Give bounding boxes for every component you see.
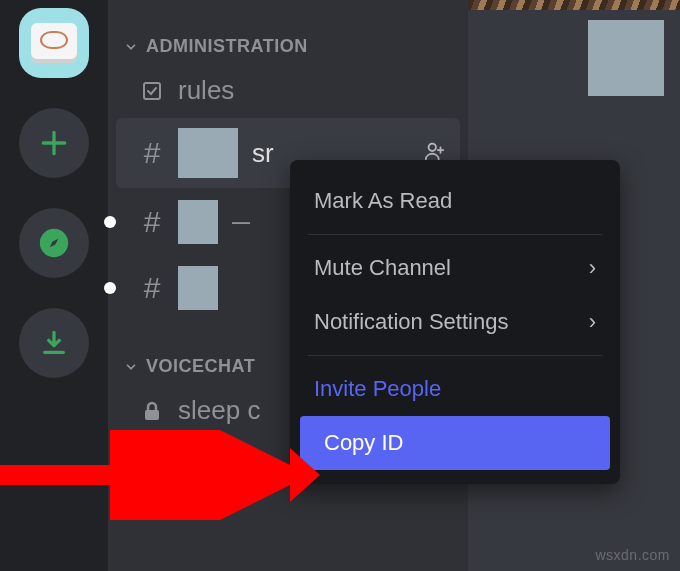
category-label: VOICECHAT [146,356,255,377]
menu-mute-channel[interactable]: Mute Channel › [290,241,620,295]
menu-separator [308,355,602,356]
redacted-block [178,128,238,178]
menu-notification-settings[interactable]: Notification Settings › [290,295,620,349]
hash-icon: # [140,271,164,305]
chevron-down-icon [124,40,138,54]
keycap-icon [31,23,77,63]
chevron-down-icon [124,360,138,374]
menu-label: Mute Channel [314,255,451,281]
svg-rect-1 [144,83,160,99]
channel-context-menu: Mark As Read Mute Channel › Notification… [290,160,620,484]
category-label: ADMINISTRATION [146,36,308,57]
lock-icon [140,399,164,423]
server-banner [468,0,680,10]
menu-label: Mark As Read [314,188,452,214]
menu-invite-people[interactable]: Invite People [290,362,620,416]
channel-name: sr [252,138,274,169]
channel-name: ─ [232,207,250,238]
chevron-right-icon: › [589,309,596,335]
unread-pill [104,282,116,294]
watermark: wsxdn.com [595,547,670,563]
redacted-block [178,200,218,244]
unread-pill [104,216,116,228]
plus-icon [38,127,70,159]
channel-rules[interactable]: rules [116,65,460,116]
add-server-button[interactable] [19,108,89,178]
menu-label: Copy ID [324,430,403,456]
explore-button[interactable] [19,208,89,278]
avatar-placeholder [588,20,664,96]
download-button[interactable] [19,308,89,378]
chevron-right-icon: › [589,255,596,281]
menu-label: Notification Settings [314,309,508,335]
rules-icon [140,79,164,103]
svg-rect-3 [145,410,159,420]
download-icon [38,327,70,359]
hash-icon: # [140,136,164,170]
server-icon-selected[interactable] [19,8,89,78]
category-header-administration[interactable]: ADMINISTRATION [108,30,468,63]
channel-name: rules [178,75,234,106]
menu-copy-id[interactable]: Copy ID [300,416,610,470]
compass-icon [37,226,71,260]
channel-name: sleep c [178,395,260,426]
menu-separator [308,234,602,235]
redacted-block [178,266,218,310]
menu-label: Invite People [314,376,441,402]
svg-point-2 [429,143,436,150]
menu-mark-as-read[interactable]: Mark As Read [290,174,620,228]
hash-icon: # [140,205,164,239]
server-rail [0,0,108,571]
